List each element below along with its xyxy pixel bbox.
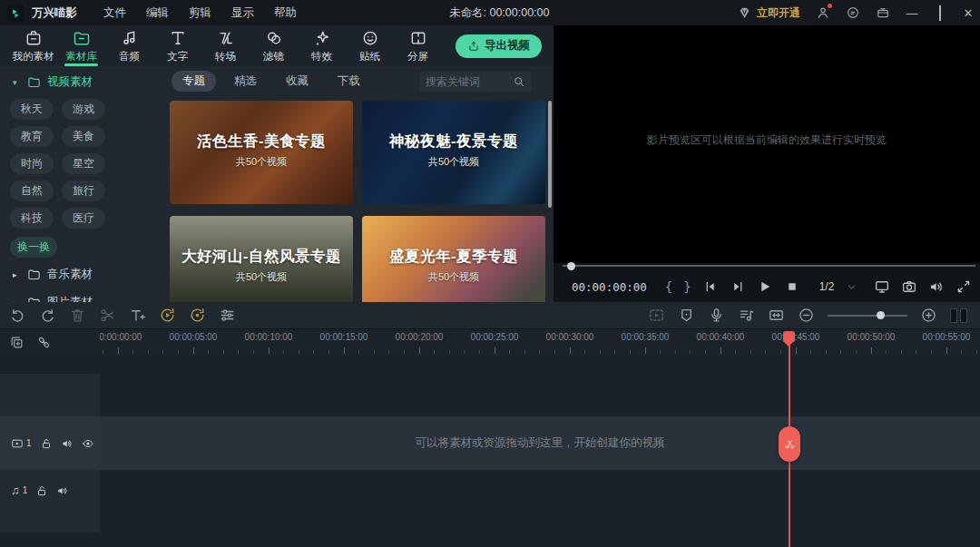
minimize-button[interactable]: — — [906, 6, 918, 20]
zoom-out-button[interactable] — [798, 307, 815, 324]
snapshot-button[interactable] — [901, 278, 917, 295]
previous-frame-button[interactable] — [702, 278, 719, 295]
theme-card-summer[interactable]: 盛夏光年-夏季专题 共50个视频 — [362, 216, 545, 302]
duplicate-button[interactable] — [9, 335, 24, 350]
search-input[interactable] — [426, 75, 513, 88]
tag-game[interactable]: 游戏 — [62, 99, 105, 120]
transition-icon — [217, 29, 235, 47]
auto-ripple-button[interactable] — [189, 307, 206, 324]
preview-scale-dropdown[interactable]: 1/2 — [813, 277, 864, 297]
mute-icon[interactable] — [56, 484, 69, 497]
category-featured[interactable]: 精选 — [223, 71, 268, 92]
app-logo-icon — [7, 5, 24, 22]
stop-button[interactable] — [784, 278, 800, 295]
mute-icon[interactable] — [61, 437, 74, 450]
lock-icon[interactable] — [35, 484, 48, 497]
export-video-button[interactable]: 导出视频 — [456, 34, 542, 58]
sidebar-section-music[interactable]: ▸ 音乐素材 — [0, 259, 154, 288]
timeline-ruler[interactable]: 00:00:00:00 00:00:05:00 00:00:10:00 00:0… — [100, 329, 980, 356]
theme-card-night[interactable]: 神秘夜魅-夜景专题 共50个视频 — [362, 101, 545, 204]
record-preview-button[interactable] — [648, 307, 665, 324]
cards-scrollbar[interactable] — [548, 101, 552, 208]
menu-file[interactable]: 文件 — [93, 5, 136, 21]
tag-tech[interactable]: 科技 — [10, 208, 54, 229]
play-button[interactable] — [757, 278, 773, 295]
library-content: ▾ 视频素材 秋天 游戏 教育 美食 时尚 星空 自然 旅行 科技 医疗 换一换 — [0, 66, 554, 302]
mark-out-button[interactable]: } — [683, 279, 691, 294]
next-frame-button[interactable] — [730, 278, 746, 295]
link-button[interactable] — [36, 335, 52, 350]
timeline-zoom-slider[interactable] — [828, 311, 907, 320]
tab-filters[interactable]: 滤镜 — [250, 25, 298, 66]
resources-icon[interactable] — [876, 5, 890, 20]
voiceover-mic-button[interactable] — [708, 307, 725, 324]
theme-card-food[interactable]: 活色生香-美食专题 共50个视频 — [170, 101, 353, 204]
display-device-button[interactable] — [874, 278, 890, 295]
tab-audio[interactable]: 音频 — [105, 25, 153, 66]
tag-fashion[interactable]: 时尚 — [10, 153, 54, 174]
folder-icon — [27, 268, 41, 281]
tag-autumn[interactable]: 秋天 — [10, 99, 54, 120]
tab-transition[interactable]: 转场 — [201, 25, 250, 66]
tag-nature[interactable]: 自然 — [10, 181, 54, 201]
audio-mixer-button[interactable] — [738, 307, 755, 324]
drop-hint: 可以将素材或资源拖动到这里，开始创建你的视频 — [416, 435, 665, 451]
tag-medical[interactable]: 医疗 — [62, 208, 105, 229]
playhead-split-button[interactable] — [779, 426, 800, 462]
undo-button[interactable] — [9, 307, 26, 324]
fullscreen-button[interactable] — [956, 278, 972, 295]
refresh-tags-button[interactable]: 换一换 — [10, 237, 57, 258]
split-scissors-button[interactable] — [99, 307, 116, 324]
tab-effects[interactable]: 特效 — [298, 25, 346, 66]
tab-text[interactable]: 文字 — [153, 25, 201, 66]
fit-timeline-button[interactable] — [768, 307, 785, 324]
account-icon[interactable] — [816, 5, 830, 20]
add-text-button[interactable] — [129, 307, 146, 324]
timeline-tracks: 可以将素材或资源拖动到这里，开始创建你的视频 1 ♫ 1 — [0, 356, 980, 547]
upgrade-button[interactable]: 立即开通 — [737, 5, 800, 21]
tab-splitscreen[interactable]: 分屏 — [394, 25, 442, 66]
sidebar-section-video[interactable]: ▾ 视频素材 — [0, 66, 154, 96]
eye-icon[interactable] — [82, 437, 94, 450]
search-box[interactable] — [419, 72, 532, 92]
volume-button[interactable] — [928, 278, 945, 295]
zoom-slider-knob[interactable] — [877, 311, 885, 319]
video-track-icon — [11, 437, 24, 450]
video-track-lane[interactable]: 可以将素材或资源拖动到这里，开始创建你的视频 — [100, 416, 980, 470]
tag-travel[interactable]: 旅行 — [62, 181, 105, 201]
tab-stickers[interactable]: 贴纸 — [346, 25, 394, 66]
tag-food[interactable]: 美食 — [62, 126, 105, 147]
menu-clip[interactable]: 剪辑 — [179, 5, 221, 21]
timeline-ruler-row: 00:00:00:00 00:00:05:00 00:00:10:00 00:0… — [0, 329, 980, 356]
track-settings-button[interactable] — [219, 307, 236, 324]
close-button[interactable]: ✕ — [962, 6, 975, 20]
category-downloads[interactable]: 下载 — [327, 71, 371, 92]
menu-help[interactable]: 帮助 — [264, 5, 307, 21]
playback-controls: 00:00:00:00 { } 1/2 — [554, 271, 980, 302]
tab-my-media[interactable]: 我的素材 — [9, 25, 57, 66]
media-tabbar: 我的素材 素材库 音频 文字 转场 滤镜 — [0, 25, 554, 66]
layout-toggle-icon[interactable] — [950, 308, 967, 323]
seekbar-knob[interactable] — [567, 262, 575, 270]
lock-icon[interactable] — [40, 437, 53, 450]
smiley-icon — [361, 29, 379, 47]
tag-education[interactable]: 教育 — [10, 126, 54, 147]
delete-button[interactable] — [69, 307, 86, 324]
menu-edit[interactable]: 编辑 — [136, 5, 179, 21]
category-topics[interactable]: 专题 — [172, 71, 216, 92]
marker-button[interactable] — [678, 307, 695, 324]
preview-seekbar[interactable] — [563, 263, 975, 269]
theme-card-landscape[interactable]: 大好河山-自然风景专题 共50个视频 — [170, 216, 353, 302]
feedback-icon[interactable] — [846, 5, 860, 20]
mark-in-button[interactable]: { — [665, 279, 672, 294]
zoom-in-button[interactable] — [920, 307, 937, 324]
playhead-marker[interactable] — [783, 331, 795, 342]
library-sidebar: ▾ 视频素材 秋天 游戏 教育 美食 时尚 星空 自然 旅行 科技 医疗 换一换 — [0, 66, 154, 302]
tag-starry[interactable]: 星空 — [62, 153, 105, 174]
tab-media-library[interactable]: 素材库 — [57, 25, 105, 66]
menu-view[interactable]: 显示 — [221, 5, 264, 21]
maximize-button[interactable] — [934, 6, 946, 20]
redo-button[interactable] — [39, 307, 56, 324]
render-preview-button[interactable] — [159, 307, 176, 324]
category-favorites[interactable]: 收藏 — [275, 71, 319, 92]
